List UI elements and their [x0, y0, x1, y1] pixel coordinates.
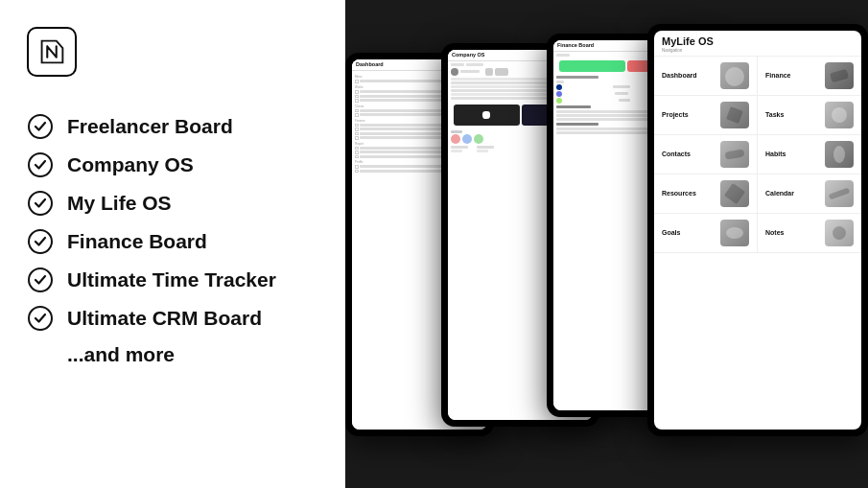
- thumb-shape-habits: [825, 141, 854, 168]
- company-btn-1: [485, 68, 493, 76]
- company-team-label: [451, 130, 462, 133]
- dash-icon-7: [355, 124, 359, 128]
- shape-3: [726, 106, 743, 124]
- company-row-2: [451, 81, 555, 84]
- check-icon-6: [27, 305, 54, 332]
- company-row-5: [451, 93, 549, 96]
- dash-icon-11: [355, 147, 359, 151]
- mylife-thumb-contacts: [720, 141, 749, 168]
- feature-item-3: My Life OS: [27, 184, 315, 222]
- tablet-mylife-os: MyLife OS Navigation Dashboard: [647, 24, 868, 436]
- mylife-item-label-finance: Finance: [765, 72, 790, 79]
- mylife-thumb-notes: [825, 220, 854, 246]
- thumb-shape-contacts: [720, 141, 749, 168]
- wise-icon: [556, 98, 562, 104]
- logo-area: [27, 27, 315, 77]
- mylife-grid-item-dashboard: Dashboard: [654, 57, 758, 96]
- mylife-item-label-dashboard: Dashboard: [662, 72, 697, 79]
- check-icon-4: [27, 228, 54, 255]
- mylife-item-label-tasks: Tasks: [765, 111, 784, 118]
- company-title: Company OS: [452, 52, 485, 58]
- mylife-item-label-resources: Resources: [662, 190, 696, 197]
- notion-logo: [27, 27, 77, 77]
- shape-2: [830, 68, 849, 81]
- feature-item-2: Company OS: [27, 146, 315, 184]
- thumb-shape-tasks: [825, 102, 854, 128]
- dash-icon-10: [355, 136, 359, 140]
- thumb-shape-goals: [720, 220, 749, 246]
- tablet-mylife-inner: MyLife OS Navigation Dashboard: [654, 31, 861, 430]
- feature-item-5: Ultimate Time Tracker: [27, 261, 315, 299]
- dash-icon-13: [355, 155, 359, 159]
- tablets-container: Dashboard Menu Works: [345, 24, 868, 465]
- svg-point-2: [29, 153, 52, 176]
- wise-name: [619, 99, 630, 102]
- feature-label-5: Ultimate Time Tracker: [67, 267, 276, 291]
- svg-point-1: [29, 115, 52, 138]
- company-bl-2: [477, 146, 494, 149]
- company-avatar: [451, 68, 458, 76]
- company-btn-2: [495, 68, 508, 76]
- dash-icon-15: [355, 170, 359, 174]
- dash-icon-5: [355, 109, 359, 113]
- company-nav-item-2: [466, 63, 483, 66]
- paypal-name: [613, 85, 630, 88]
- mylife-thumb-projects: [720, 102, 749, 128]
- check-icon-5: [27, 267, 54, 293]
- company-row-4: [451, 89, 562, 92]
- shape-10: [830, 223, 848, 242]
- feature-label-1: Freelancer Board: [67, 114, 233, 138]
- check-icon-2: [27, 151, 54, 178]
- company-bv-2: [477, 150, 488, 152]
- dash-icon-12: [355, 151, 359, 154]
- dash-icon-3: [355, 95, 359, 99]
- finance-income-card: [559, 60, 625, 72]
- income-section-label: [556, 105, 591, 108]
- check-icon-3: [27, 190, 54, 217]
- left-panel: Freelancer Board Company OS My Life OS: [0, 0, 345, 488]
- feature-item-4: Finance Board: [27, 222, 315, 261]
- feature-list: Freelancer Board Company OS My Life OS: [27, 107, 315, 337]
- mylife-header: MyLife OS Navigation: [654, 31, 861, 57]
- shape-5: [724, 149, 744, 159]
- more-label: ...and more: [27, 337, 315, 366]
- mylife-nav: Navigation: [662, 48, 854, 53]
- mylife-grid-item-goals: Goals: [654, 214, 758, 253]
- shape-1: [725, 67, 744, 86]
- mylife-thumb-dashboard: [720, 62, 749, 89]
- thumb-shape-projects: [720, 102, 749, 128]
- mylife-grid-item-projects: Projects: [654, 96, 758, 135]
- shape-4: [832, 107, 847, 123]
- mylife-grid: Dashboard Finance: [654, 57, 861, 253]
- feature-item: Freelancer Board: [27, 107, 315, 146]
- thumb-shape-resources: [720, 180, 749, 207]
- stripe-name: [615, 92, 628, 95]
- dash-icon-1: [355, 80, 359, 83]
- mylife-grid-item-habits: Habits: [758, 135, 861, 174]
- dash-icon-9: [355, 132, 359, 136]
- mylife-grid-item-contacts: Contacts: [654, 135, 758, 174]
- shape-9: [726, 227, 743, 239]
- mylife-grid-item-calendar: Calendar: [758, 174, 861, 214]
- paypal-icon: [556, 84, 562, 90]
- feature-label-6: Ultimate CRM Board: [67, 306, 262, 330]
- mylife-screen: MyLife OS Navigation Dashboard: [654, 31, 861, 430]
- expense-section-label: [556, 123, 598, 126]
- company-nav-item-1: [451, 63, 464, 66]
- finance-nav-1: [556, 54, 570, 57]
- thumb-shape-notes: [825, 220, 854, 246]
- mylife-grid-item-notes: Notes: [758, 214, 861, 253]
- company-img-dark: [454, 105, 520, 126]
- mylife-item-label-contacts: Contacts: [662, 151, 691, 157]
- company-bl-1: [451, 146, 468, 149]
- mylife-grid-item-resources: Resources: [654, 174, 758, 214]
- shape-8: [829, 187, 851, 199]
- mylife-thumb-tasks: [825, 102, 854, 128]
- finance-title: Finance Board: [557, 42, 594, 48]
- mylife-grid-item-tasks: Tasks: [758, 96, 861, 135]
- avatar-2: [462, 134, 472, 144]
- check-icon-1: [27, 113, 54, 140]
- dash-icon-14: [355, 165, 359, 169]
- shape-6: [833, 146, 845, 163]
- company-bv-1: [451, 150, 462, 152]
